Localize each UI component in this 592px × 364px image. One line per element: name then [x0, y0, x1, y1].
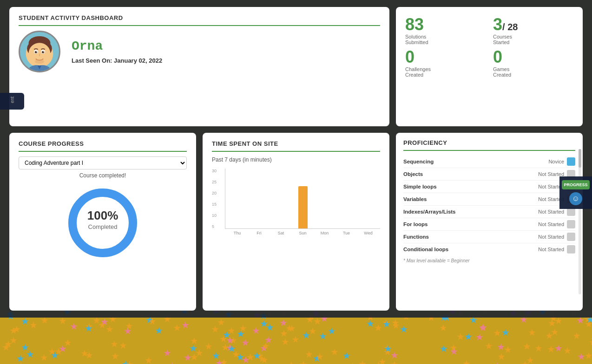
svg-text:100%: 100%	[87, 208, 118, 222]
x-label-sat: Sat	[273, 231, 289, 235]
last-seen-text: Last Seen On: January 02, 2022	[72, 57, 162, 64]
course-progress-title: COURSE PROGRESS	[19, 140, 187, 152]
prof-name-1: Objects	[403, 171, 423, 177]
games-label: GamesCreated	[493, 66, 573, 78]
challenges-value: 0	[405, 49, 486, 65]
svg-point-10	[43, 51, 44, 52]
solutions-value: 83	[405, 16, 486, 33]
student-name: Orna Last Seen On: January 02, 2022	[72, 39, 162, 64]
prof-status-0: Novice	[548, 159, 564, 164]
svg-point-11	[35, 59, 44, 64]
x-label-sun: Sun	[295, 231, 311, 235]
prof-name-4: Indexes/Arrays/Lists	[403, 209, 456, 214]
svg-point-7	[35, 51, 37, 53]
stats-card: 83 SolutionsSubmitted 3/ 28 CoursesStart…	[396, 7, 583, 126]
y-label-5: 5	[212, 224, 217, 229]
svg-point-8	[42, 51, 44, 53]
student-details: Orna Last Seen On: January 02, 2022	[72, 39, 162, 64]
x-label-mon: Mon	[316, 231, 333, 235]
prof-indicator-6	[567, 233, 575, 241]
courses-started-stat: 3/ 28 CoursesStarted	[493, 16, 573, 45]
y-label-20: 20	[212, 191, 217, 195]
bar-sun	[295, 186, 311, 228]
proficiency-item: Variables Not Started	[403, 193, 575, 206]
course-selector[interactable]: Coding Adventure part I	[19, 156, 187, 169]
prof-name-0: Sequencing	[403, 159, 434, 164]
course-progress-card: COURSE PROGRESS Coding Adventure part I …	[9, 133, 196, 311]
svg-text:Completed: Completed	[88, 223, 118, 230]
prof-right-5: Not Started	[538, 220, 575, 228]
donut-chart-container: 100% Completed	[19, 183, 187, 262]
donut-chart: 100% Completed	[66, 186, 140, 260]
scrollbar[interactable]	[579, 149, 581, 295]
sidebar-current-label: ent	[10, 97, 15, 103]
svg-point-9	[36, 51, 37, 52]
scrollbar-thumb[interactable]	[579, 149, 581, 168]
prof-name-2: Simple loops	[403, 184, 437, 189]
y-label-10: 10	[212, 213, 217, 218]
sidebar-icon-btn[interactable]: ☺	[569, 192, 582, 205]
proficiency-item: Conditional loops Not Started	[403, 243, 575, 255]
x-label-wed: Wed	[360, 231, 376, 235]
avatar-svg	[20, 32, 59, 72]
prof-status-4: Not Started	[538, 209, 564, 214]
games-value: 0	[493, 49, 573, 65]
proficiency-item: Simple loops Not Started	[403, 181, 575, 193]
proficiency-note: * Max level available = Beginner	[403, 258, 575, 263]
y-label-15: 15	[212, 202, 217, 207]
games-created-stat: 0 GamesCreated	[493, 49, 573, 78]
right-sidebar: PROGRESS ☺	[559, 176, 592, 209]
avatar	[19, 31, 60, 72]
y-label-25: 25	[212, 180, 217, 184]
proficiency-item: For loops Not Started	[403, 218, 575, 231]
student-activity-title: STUDENT ACTIVITY DASHBOARD	[19, 14, 380, 26]
left-sidebar: ent	[0, 93, 24, 110]
proficiency-item: Objects Not Started	[403, 168, 575, 181]
prof-right-0: Novice	[548, 157, 575, 166]
challenges-created-stat: 0 ChallengesCreated	[405, 49, 486, 78]
x-label-thu: Thu	[229, 231, 245, 235]
solutions-label: SolutionsSubmitted	[405, 34, 486, 45]
dashboard-container: STUDENT ACTIVITY DASHBOARD	[0, 0, 592, 318]
courses-value: 3/ 28	[493, 16, 573, 33]
proficiency-title: PROFICIENCY	[403, 139, 575, 151]
solutions-submitted-stat: 83 SolutionsSubmitted	[405, 16, 486, 45]
course-completed-text: Course completed!	[19, 172, 187, 179]
proficiency-list: Sequencing Novice Objects Not Started Si…	[403, 156, 575, 255]
prof-status-1: Not Started	[538, 171, 564, 177]
x-label-fri: Fri	[251, 231, 267, 235]
time-spent-card: TIME SPENT ON SITE Past 7 days (in minut…	[203, 133, 389, 311]
prof-name-7: Conditional loops	[403, 247, 448, 252]
prof-indicator-7	[567, 245, 575, 254]
challenges-label: ChallengesCreated	[405, 66, 486, 78]
prof-indicator-0	[567, 157, 575, 166]
prof-indicator-5	[567, 220, 575, 228]
chart-subtitle: Past 7 days (in minutes)	[212, 156, 380, 163]
proficiency-item: Functions Not Started	[403, 231, 575, 243]
prof-name-5: For loops	[403, 221, 428, 227]
proficiency-item: Indexes/Arrays/Lists Not Started	[403, 206, 575, 218]
proficiency-card: PROFICIENCY Sequencing Novice Objects No…	[396, 133, 583, 311]
svg-point-13	[72, 193, 133, 253]
x-label-tue: Tue	[338, 231, 355, 235]
y-label-30: 30	[212, 169, 217, 173]
prof-status-5: Not Started	[538, 221, 564, 227]
prof-status-7: Not Started	[538, 247, 564, 252]
proficiency-item: Sequencing Novice	[403, 156, 575, 168]
prof-right-7: Not Started	[538, 245, 575, 254]
bar-chart-wrapper: 30 25 20 15 10 5	[212, 169, 380, 245]
prof-name-3: Variables	[403, 196, 427, 202]
courses-label: CoursesStarted	[493, 34, 573, 45]
prof-name-6: Functions	[403, 234, 429, 240]
prof-status-6: Not Started	[538, 234, 564, 240]
progress-button[interactable]: PROGRESS	[562, 180, 590, 189]
student-activity-card: STUDENT ACTIVITY DASHBOARD	[9, 7, 389, 126]
prof-right-6: Not Started	[538, 233, 575, 241]
time-spent-title: TIME SPENT ON SITE	[212, 140, 380, 152]
